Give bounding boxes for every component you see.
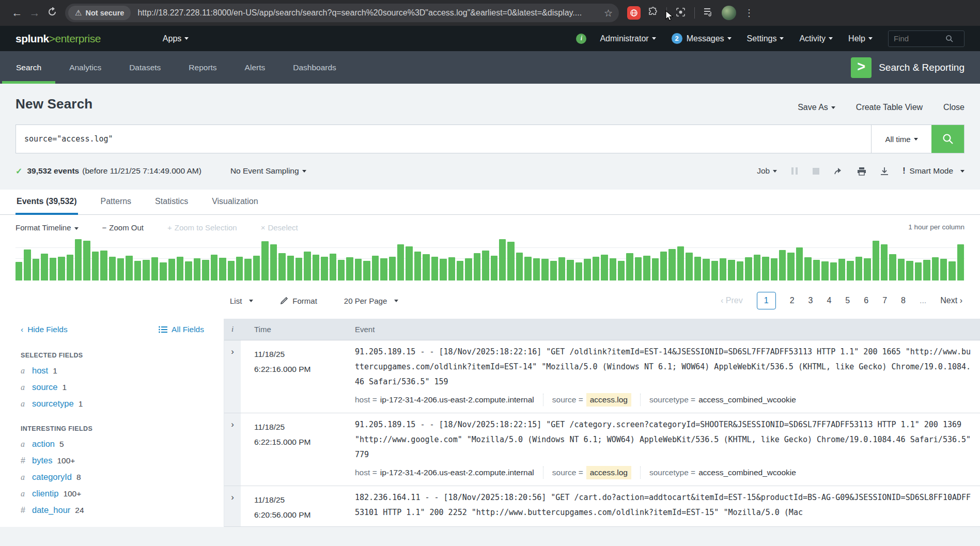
tab-statistics[interactable]: Statistics <box>154 190 189 214</box>
timeline-bar[interactable] <box>855 257 862 280</box>
nav-item-analytics[interactable]: Analytics <box>55 51 115 84</box>
timeline-bar[interactable] <box>533 258 540 280</box>
stop-icon[interactable] <box>812 167 820 175</box>
timeline-bar[interactable] <box>100 251 107 280</box>
timeline-bar[interactable] <box>287 256 294 280</box>
event-raw-text[interactable]: 91.205.189.15 - - [18/Nov/2025:18:22:15]… <box>355 417 973 462</box>
save-as-button[interactable]: Save As <box>798 103 835 112</box>
timeline-bar[interactable] <box>355 259 362 280</box>
page-7-button[interactable]: 7 <box>882 296 887 305</box>
list-view-menu[interactable]: List <box>230 297 253 305</box>
format-timeline-menu[interactable]: Format Timeline <box>15 223 79 232</box>
timeline-bar[interactable] <box>465 258 472 280</box>
timeline-bar[interactable] <box>728 260 735 280</box>
field-date-hour[interactable]: # date_hour 24 <box>21 505 224 515</box>
timeline-bar[interactable] <box>516 253 523 280</box>
job-menu[interactable]: Job <box>757 166 777 176</box>
timeline-bar[interactable] <box>720 258 726 280</box>
timeline-bar[interactable] <box>363 261 370 280</box>
timeline-bar[interactable] <box>754 255 760 280</box>
timeline-bar[interactable] <box>838 259 845 280</box>
timeline-bar[interactable] <box>313 255 319 280</box>
find-search-box[interactable] <box>888 30 965 47</box>
source-field-value[interactable]: access.log <box>586 393 631 407</box>
timeline-bar[interactable] <box>160 262 166 280</box>
browser-forward-icon[interactable]: → <box>26 7 43 19</box>
timeline-bar[interactable] <box>414 252 421 280</box>
timeline-bar[interactable] <box>643 256 650 280</box>
timeline-bar[interactable] <box>295 258 302 280</box>
timeline-bar[interactable] <box>33 259 39 280</box>
timeline-bar[interactable] <box>67 255 73 280</box>
page-1-button[interactable]: 1 <box>757 292 776 309</box>
timeline-bar[interactable] <box>558 257 565 280</box>
timeline-bar[interactable] <box>813 260 820 280</box>
create-table-view-button[interactable]: Create Table View <box>856 103 923 112</box>
timeline-bar[interactable] <box>567 260 573 280</box>
search-button[interactable] <box>931 125 964 153</box>
timeline-bar[interactable] <box>346 257 353 280</box>
timeline-bar[interactable] <box>635 257 642 280</box>
time-range-picker[interactable]: All time <box>871 125 931 153</box>
nav-item-alerts[interactable]: Alerts <box>231 51 279 84</box>
help-menu[interactable]: Help <box>848 34 873 43</box>
activity-menu[interactable]: Activity <box>799 34 833 43</box>
timeline-bar[interactable] <box>151 257 158 280</box>
address-bar[interactable]: ⚠ Not secure http://18.227.228.11:8000/e… <box>65 4 619 22</box>
timeline-bar[interactable] <box>338 260 345 280</box>
url-text[interactable]: http://18.227.228.11:8000/en-US/app/sear… <box>137 8 602 18</box>
timeline-bar[interactable] <box>168 259 175 280</box>
timeline-bar[interactable] <box>550 261 557 280</box>
timeline-bar[interactable] <box>847 261 853 280</box>
page-6-button[interactable]: 6 <box>864 296 868 305</box>
deselect-button[interactable]: ×Deselect <box>261 223 298 232</box>
timeline-bar[interactable] <box>507 242 514 280</box>
search-query-input[interactable]: source="access.log" <box>16 125 871 153</box>
timeline-bar[interactable] <box>448 257 455 280</box>
timeline-bar[interactable] <box>380 258 387 280</box>
timeline-bar[interactable] <box>601 255 608 280</box>
per-page-menu[interactable]: 20 Per Page <box>344 297 398 305</box>
settings-menu[interactable]: Settings <box>747 34 784 43</box>
timeline-bar[interactable] <box>660 252 667 280</box>
extension-icon[interactable] <box>627 6 641 20</box>
timeline-bar[interactable] <box>948 261 955 280</box>
timeline-bar[interactable] <box>610 258 616 280</box>
pause-icon[interactable] <box>791 167 798 175</box>
timeline-bar[interactable] <box>779 250 786 280</box>
timeline-bar[interactable] <box>211 255 217 280</box>
nav-item-dashboards[interactable]: Dashboards <box>279 51 350 84</box>
timeline-bar[interactable] <box>397 244 404 280</box>
timeline-bar[interactable] <box>482 251 489 280</box>
field-sourcetype[interactable]: a sourcetype 1 <box>21 399 224 409</box>
extensions-puzzle-icon[interactable] <box>648 7 658 19</box>
page-5-button[interactable]: 5 <box>845 296 850 305</box>
zoom-to-selection-button[interactable]: +Zoom to Selection <box>167 223 237 232</box>
timeline-bar[interactable] <box>618 261 625 280</box>
timeline-bar[interactable] <box>626 253 633 280</box>
timeline-bar[interactable] <box>177 257 183 280</box>
timeline-bar[interactable] <box>423 254 429 280</box>
timeline-bar[interactable] <box>117 258 124 280</box>
page-4-button[interactable]: 4 <box>827 296 831 305</box>
timeline-bar[interactable] <box>58 257 65 280</box>
info-icon[interactable]: i <box>576 34 586 44</box>
tab-visualization[interactable]: Visualization <box>211 190 259 214</box>
timeline-bar[interactable] <box>41 254 48 280</box>
timeline-bar[interactable] <box>440 259 446 280</box>
prev-page-button[interactable]: ‹ Prev <box>721 296 743 305</box>
event-raw-text[interactable]: 91.205.189.15 - - [18/Nov/2025:18:22:16]… <box>355 345 973 389</box>
field-categoryid[interactable]: a categoryId 8 <box>21 472 224 482</box>
timeline-bar[interactable] <box>372 256 379 280</box>
timeline-bar[interactable] <box>24 249 30 280</box>
sourcetype-field-value[interactable]: access_combined_wcookie <box>698 468 796 477</box>
timeline-bar[interactable] <box>796 247 803 280</box>
event-sampling-menu[interactable]: No Event Sampling <box>230 166 306 176</box>
page-3-button[interactable]: 3 <box>808 296 813 305</box>
timeline-bar[interactable] <box>873 241 879 280</box>
expand-chevron-icon[interactable]: › <box>224 340 241 413</box>
user-menu[interactable]: Administrator <box>600 34 656 43</box>
timeline-bar[interactable] <box>686 253 692 280</box>
timeline-bar[interactable] <box>83 241 90 280</box>
timeline-bar[interactable] <box>253 256 260 280</box>
